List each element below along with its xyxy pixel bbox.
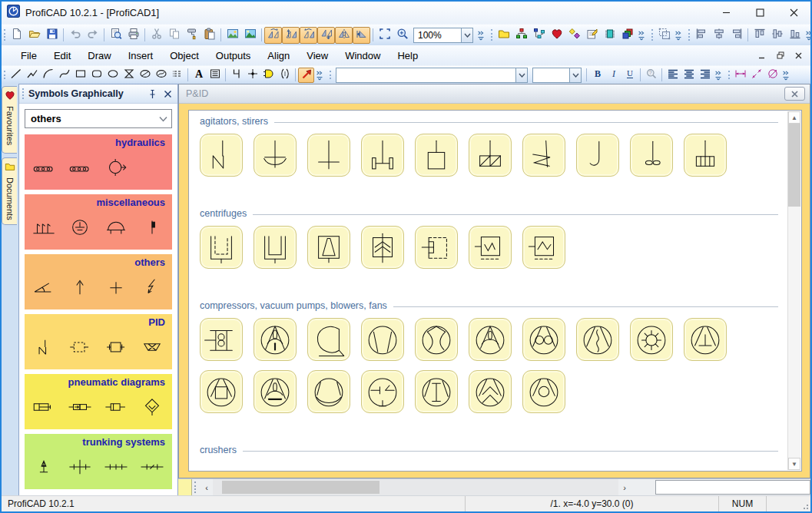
centrifuge-zigzag-symbol[interactable] <box>469 226 512 269</box>
scroll-left-button[interactable]: ‹ <box>201 479 213 495</box>
align-middle-button[interactable] <box>768 27 786 44</box>
compressor-nozzles-symbol[interactable] <box>361 370 404 413</box>
paste-button[interactable] <box>201 27 218 44</box>
centrifuge-basket-symbol[interactable] <box>254 226 297 269</box>
agitator-hatched-box-symbol[interactable] <box>469 134 512 177</box>
mirror-left-button[interactable] <box>353 27 370 44</box>
text-block-button[interactable] <box>207 68 223 83</box>
new-document-button[interactable] <box>8 27 25 44</box>
underline-button[interactable]: U <box>621 68 638 83</box>
compressor-double-chevron-symbol[interactable] <box>469 370 512 413</box>
close-button[interactable] <box>777 2 810 24</box>
symbols-palette-button[interactable] <box>565 27 583 44</box>
hourglass-button[interactable] <box>121 68 137 83</box>
fan-propeller-symbol[interactable] <box>254 318 297 361</box>
menu-draw[interactable]: Draw <box>79 47 119 65</box>
bold-button[interactable]: B <box>589 68 605 83</box>
fan-figure-eight-symbol[interactable] <box>200 318 243 361</box>
pid-trapezoid-symbol[interactable] <box>139 337 165 360</box>
menu-insert[interactable]: Insert <box>120 47 162 65</box>
flip-down-button[interactable] <box>317 27 335 44</box>
misc-dome-symbol[interactable] <box>103 217 129 240</box>
dimension-angled-button[interactable] <box>748 68 764 83</box>
chevron-down-icon[interactable] <box>461 28 472 42</box>
agitator-paddle-symbol[interactable] <box>361 134 404 177</box>
compressor-sun-rotor-symbol[interactable] <box>630 318 673 361</box>
rotate-right-button[interactable] <box>300 27 317 44</box>
flip-vertical-button[interactable] <box>282 27 300 44</box>
rectangle-button[interactable] <box>72 68 88 83</box>
menu-edit[interactable]: Edit <box>45 47 79 65</box>
dimension-diameter-button[interactable] <box>764 68 781 83</box>
centrifuge-zigzag-dashed-symbol[interactable] <box>522 226 565 269</box>
agitator-square-symbol[interactable] <box>415 134 458 177</box>
zoom-in-button[interactable] <box>393 27 411 44</box>
misc-flag-symbol[interactable] <box>139 217 165 240</box>
minimize-button[interactable] <box>709 2 743 24</box>
document-canvas[interactable]: agitators, stirerscentrifugescompressors… <box>188 110 802 472</box>
menu-view[interactable]: View <box>298 47 336 65</box>
insert-image-button[interactable] <box>224 27 241 44</box>
layers-button[interactable] <box>618 27 636 44</box>
compressor-propeller-bar-symbol[interactable] <box>254 370 297 413</box>
hydraulic-track-symbol[interactable] <box>67 157 93 180</box>
toolbar-overflow-chevron[interactable] <box>781 66 791 84</box>
agitator-blade-symbol[interactable] <box>200 134 243 177</box>
align-right-button[interactable] <box>727 27 745 44</box>
dimension-horizontal-button[interactable] <box>732 68 748 83</box>
curved-ellipse-button[interactable] <box>153 68 169 83</box>
agitator-anchor-symbol[interactable] <box>254 134 297 177</box>
integrated-circuit-button[interactable] <box>601 27 618 44</box>
trk-segments-slash-symbol[interactable] <box>139 457 165 480</box>
fan-volute-symbol[interactable] <box>307 318 350 361</box>
oth-arrow-up-symbol[interactable] <box>67 277 93 300</box>
rotate-left-button[interactable] <box>264 27 282 44</box>
arc-button[interactable] <box>40 68 56 83</box>
scroll-right-button[interactable]: › <box>618 479 631 495</box>
hatch-lines-button[interactable] <box>169 68 185 83</box>
compressor-ring-symbol[interactable] <box>522 370 565 413</box>
category-dropdown[interactable]: others <box>25 109 172 128</box>
pne-valve-symbol[interactable] <box>67 397 93 420</box>
oth-angle-symbol[interactable] <box>31 277 57 300</box>
mdi-restore-button[interactable] <box>772 49 788 62</box>
menu-object[interactable]: Object <box>161 47 207 65</box>
pid-dashed-box-symbol[interactable] <box>67 337 93 360</box>
vertical-scroll-thumb[interactable] <box>788 124 800 207</box>
text-align-left-button[interactable] <box>665 68 681 83</box>
menu-help[interactable]: Help <box>389 47 426 65</box>
pne-cylinder-symbol[interactable] <box>31 397 57 420</box>
roots-blower-symbol[interactable] <box>522 318 565 361</box>
open-folder-button[interactable] <box>25 27 43 44</box>
crossed-ellipse-button[interactable] <box>137 68 153 83</box>
hydraulic-pump-symbol[interactable] <box>103 157 129 180</box>
agitator-crossbar-symbol[interactable] <box>307 134 350 177</box>
cut-button[interactable] <box>147 27 165 44</box>
menu-outputs[interactable]: Outputs <box>207 47 260 65</box>
compressor-wavy-symbol[interactable] <box>576 318 619 361</box>
misc-posts-symbol[interactable] <box>31 217 57 240</box>
horizontal-scroll-thumb[interactable] <box>222 481 379 494</box>
redo-button[interactable] <box>84 27 101 44</box>
align-top-button[interactable] <box>751 27 768 44</box>
pne-diamond-symbol[interactable] <box>139 397 165 420</box>
align-bottom-button[interactable] <box>786 27 804 44</box>
toolbar-overflow-chevron[interactable] <box>804 25 812 45</box>
edit-symbol-button[interactable] <box>583 27 601 44</box>
text-align-center-button[interactable] <box>681 68 697 83</box>
chevron-down-icon[interactable] <box>569 68 581 82</box>
document-close-button[interactable] <box>784 87 805 101</box>
vertical-scrollbar[interactable]: ▲ ▼ <box>787 111 800 470</box>
pne-box-symbol[interactable] <box>103 397 129 420</box>
compressor-i-beam-symbol[interactable] <box>415 370 458 413</box>
menu-window[interactable]: Window <box>336 47 389 65</box>
favourites-heart-button[interactable] <box>548 27 565 44</box>
centrifuge-chevrons-symbol[interactable] <box>361 226 404 269</box>
insert-image-alt-button[interactable] <box>241 27 259 44</box>
rounded-rectangle-button[interactable] <box>88 68 104 83</box>
select-arrow-button[interactable] <box>298 68 314 83</box>
scroll-up-button[interactable]: ▲ <box>788 111 800 124</box>
close-panel-icon[interactable] <box>161 87 174 101</box>
compressor-square-rotor-symbol[interactable] <box>200 370 243 413</box>
select-area-button[interactable] <box>376 27 393 44</box>
